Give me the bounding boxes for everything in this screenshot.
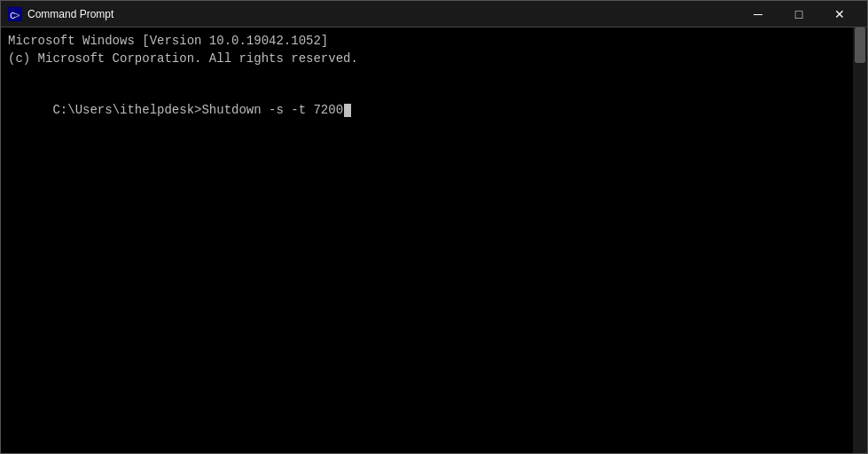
console-line-3 — [8, 67, 860, 85]
console-output[interactable]: Microsoft Windows [Version 10.0.19042.10… — [1, 27, 867, 453]
svg-text:>: > — [14, 11, 20, 21]
console-line-4: C:\Users\ithelpdesk>Shutdown -s -t 7200 — [8, 85, 860, 137]
close-button[interactable]: ✕ — [819, 1, 860, 27]
scrollbar[interactable] — [853, 27, 867, 453]
window-title: Command Prompt — [27, 8, 738, 20]
window-controls: ─ □ ✕ — [738, 1, 860, 27]
cmd-icon: C > — [8, 7, 22, 21]
cursor-blink — [344, 104, 351, 117]
console-line-1: Microsoft Windows [Version 10.0.19042.10… — [8, 33, 860, 51]
command-prompt-window: C > Command Prompt ─ □ ✕ Microsoft Windo… — [0, 0, 868, 454]
title-bar: C > Command Prompt ─ □ ✕ — [1, 1, 867, 27]
console-line-2: (c) Microsoft Corporation. All rights re… — [8, 51, 860, 68]
maximize-button[interactable]: □ — [778, 1, 819, 27]
minimize-button[interactable]: ─ — [738, 1, 778, 27]
scrollbar-thumb[interactable] — [855, 27, 865, 63]
